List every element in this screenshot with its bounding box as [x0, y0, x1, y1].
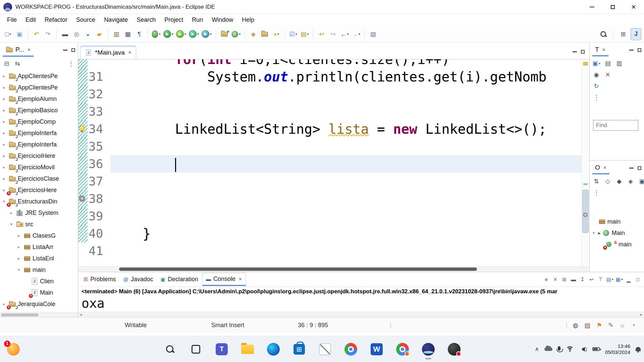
expand-arrow-icon[interactable]: ▸ [1, 142, 7, 147]
next-edit-location-button[interactable]: ↪ [328, 28, 338, 40]
pencil-icon[interactable]: ✎ [608, 321, 613, 329]
menu-run[interactable]: Run [187, 15, 207, 25]
maximize-view-button[interactable]: □ [633, 275, 642, 285]
volume-icon[interactable]: ) [579, 346, 587, 352]
tree-item[interactable]: ▾J✕EstructurasDin [0, 196, 78, 207]
tree-item[interactable]: ▾src [0, 219, 78, 230]
onedrive-icon[interactable] [544, 348, 552, 351]
chrome-profile-button[interactable] [395, 342, 410, 357]
remove-launch-button[interactable]: ✕ [551, 275, 560, 285]
undo-button[interactable]: ↶ [31, 28, 42, 40]
menu-navigate[interactable]: Navigate [100, 15, 132, 25]
lamp-icon[interactable]: ◍ [573, 321, 579, 329]
chrome-button[interactable] [343, 342, 358, 357]
package-explorer-hscrollbar[interactable] [0, 312, 78, 317]
console-hscrollbar[interactable]: ◄ ► [78, 312, 644, 317]
book-icon[interactable]: ▤ [584, 321, 590, 329]
maximize-editor-button[interactable] [581, 50, 585, 54]
notifications-button[interactable] [636, 347, 641, 351]
code-line[interactable] [110, 173, 581, 190]
overview-ruler[interactable]: ✕ [581, 59, 589, 266]
minimize-editor-button[interactable] [573, 51, 577, 52]
sync-tasks-button[interactable]: ↻ [591, 80, 602, 92]
expand-arrow-icon[interactable]: ▸ [1, 154, 7, 158]
table-button[interactable]: ▦ [122, 28, 133, 40]
scrollbar-thumb[interactable] [119, 267, 477, 271]
tab-console[interactable]: ▬Console✕ [202, 273, 246, 286]
menu-window[interactable]: Window [207, 15, 237, 25]
tree-item[interactable]: ▸ClasesG [0, 230, 78, 241]
close-icon[interactable]: ✕ [603, 165, 607, 170]
find-input[interactable] [593, 120, 638, 131]
back-button[interactable]: ←▾ [339, 28, 350, 40]
tree-item[interactable]: JClien [0, 276, 78, 287]
external-tools-button[interactable]: ▶▾ [201, 28, 213, 40]
collapse-arrow-icon[interactable]: ▾ [1, 199, 7, 204]
minimize-view-button[interactable] [629, 168, 634, 169]
tab-package-explorer[interactable]: P... ✕ [3, 44, 34, 57]
store-button[interactable] [292, 342, 307, 357]
scrollbar-thumb[interactable] [1, 313, 39, 316]
minimize-view-button[interactable]: ▁ [624, 275, 633, 285]
tab-javadoc[interactable]: @Javadoc [120, 274, 156, 285]
categorized-button[interactable]: ▤ [602, 57, 613, 69]
minimize-view-button[interactable] [63, 50, 67, 51]
collapse-all-button[interactable]: ⊟ [1, 58, 12, 70]
console-body[interactable]: <terminated> Main (6) [Java Application]… [78, 287, 644, 312]
terminate-button[interactable]: ■ [542, 275, 551, 285]
tray-chevron-icon[interactable]: ∧ [535, 346, 539, 353]
scroll-lock-button[interactable]: ↧ [578, 275, 587, 285]
scroll-right-icon[interactable]: ► [640, 313, 643, 316]
close-icon[interactable]: ✕ [238, 277, 242, 282]
expand-arrow-icon[interactable]: ▸ [1, 176, 7, 181]
open-type-button[interactable]: ◈ [248, 28, 259, 40]
collapse-arrow-icon[interactable]: ▾ [9, 222, 14, 227]
menu-source[interactable]: Source [72, 15, 100, 25]
word-wrap-button[interactable]: ↩ [587, 275, 596, 285]
open-resource-button[interactable] [259, 28, 270, 40]
minimize-button[interactable] [582, 0, 602, 14]
file-explorer-button[interactable] [240, 342, 255, 357]
run-button[interactable]: ▶▾ [162, 28, 174, 40]
tasklist-menu-button[interactable]: ⋮ [591, 92, 602, 104]
delete-task-button[interactable]: ✕ [602, 69, 613, 81]
link-task-button[interactable]: ◉ [591, 69, 602, 81]
code-line[interactable] [110, 103, 581, 120]
wifi-icon[interactable] [566, 346, 574, 352]
new-task-button[interactable]: ▣▾ [591, 57, 602, 69]
outline-menu-button[interactable]: ⋮ [591, 187, 602, 199]
code-line[interactable] [110, 155, 581, 173]
editor-hscrollbar[interactable] [78, 266, 589, 272]
hide-nonpublic-button[interactable]: ◈ [625, 175, 636, 187]
edge-button[interactable] [266, 342, 281, 357]
display-console-button[interactable]: ▤▾ [605, 275, 614, 285]
new-java-project-button[interactable] [219, 28, 230, 40]
teams-button[interactable] [214, 342, 229, 357]
close-icon[interactable]: ✕ [602, 47, 606, 52]
scroll-left-icon[interactable]: ◄ [79, 313, 83, 316]
flashlight-button[interactable]: ◒ [83, 28, 93, 40]
tree-item[interactable]: ▸JEjemploAlumn [0, 93, 78, 105]
flag-icon[interactable]: ⚑ [596, 321, 602, 329]
expand-arrow-icon[interactable]: ▸ [1, 97, 7, 101]
gear-icon[interactable]: ☼ [620, 322, 625, 329]
expand-arrow-icon[interactable]: ▸ [1, 85, 7, 90]
hide-static-button[interactable]: ◆ [614, 175, 625, 187]
eclipse-button[interactable] [421, 342, 436, 357]
expand-arrow-icon[interactable]: ▸ [1, 188, 7, 192]
maximize-view-button[interactable] [638, 48, 641, 52]
view-menu-button[interactable]: ⋮ [66, 58, 76, 70]
menu-project[interactable]: Project [160, 15, 187, 25]
code-line[interactable] [110, 190, 581, 207]
menu-search[interactable]: Search [132, 15, 160, 25]
clear-console-button[interactable]: ▬ [569, 275, 578, 285]
menu-help[interactable]: Help [237, 15, 259, 25]
maximize-button[interactable] [602, 0, 623, 14]
battery-icon[interactable] [592, 347, 600, 351]
tree-item[interactable]: ▸J✕EjerciciosHere [0, 184, 78, 196]
code-viewport[interactable]: for(int i=0;i<clientes.size();i++) Syste… [110, 59, 581, 266]
start-button[interactable] [137, 342, 152, 357]
widgets-button[interactable]: 1 [6, 342, 21, 357]
save-button[interactable]: ▣ [14, 28, 25, 40]
code-line[interactable]: LinkedList<String> lista = new LinkedLis… [110, 120, 581, 138]
